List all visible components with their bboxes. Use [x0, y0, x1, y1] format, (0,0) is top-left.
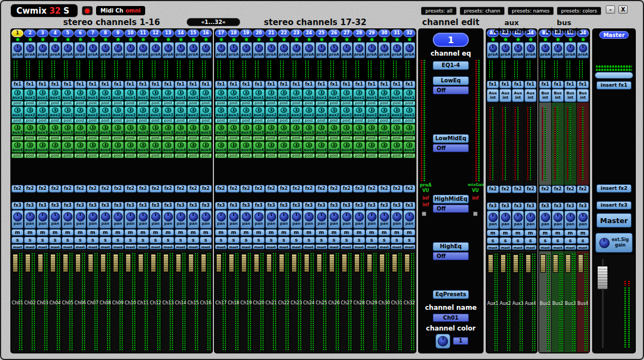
channel-fader[interactable]: Ch06 — [74, 250, 86, 352]
internal-routing-button[interactable]: Busint — [577, 89, 589, 102]
aux2-send-knob[interactable]: aux2 — [37, 106, 49, 118]
aux4-post-button[interactable]: post — [175, 153, 187, 158]
aux4-send-knob[interactable]: aux4 — [228, 141, 240, 153]
aux2-send-knob[interactable]: aux2 — [328, 106, 340, 118]
fader-handle[interactable] — [553, 254, 558, 273]
aux3-send-knob[interactable]: aux3 — [391, 124, 403, 135]
fx3-button[interactable]: fx3 — [74, 202, 86, 209]
channel-fader[interactable]: Ch24 — [303, 250, 315, 352]
mute-button[interactable]: m — [137, 229, 149, 236]
aux1-post-button[interactable]: post — [62, 101, 74, 106]
fx1-button[interactable]: fx1 — [315, 81, 327, 88]
fx3-button[interactable]: fx3 — [37, 202, 49, 209]
aux1-send-knob[interactable]: aux1 — [315, 89, 327, 100]
bank-range-button[interactable]: «1...32« — [187, 18, 240, 26]
aux1-send-knob[interactable]: aux1 — [303, 89, 315, 100]
aux1-send-knob[interactable]: aux1 — [228, 89, 240, 100]
aux2-send-knob[interactable]: aux2 — [290, 106, 302, 118]
aux2-post-button[interactable]: post — [228, 118, 240, 123]
solo-button[interactable]: s — [403, 237, 415, 243]
fx3-button[interactable]: fx3 — [378, 202, 390, 209]
aux3-send-knob[interactable]: aux3 — [228, 124, 240, 135]
aux4-post-button[interactable]: post — [378, 153, 390, 158]
fx2-button[interactable]: fx2 — [228, 185, 240, 193]
aux4-send-knob[interactable]: aux4 — [162, 141, 174, 153]
pre-gain-knob[interactable]: preA — [175, 42, 187, 58]
mast-assign-button[interactable]: mast — [499, 245, 511, 250]
fx1-button[interactable]: fx1 — [215, 81, 227, 88]
aux1-send-knob[interactable]: aux1 — [99, 89, 111, 100]
solo-button[interactable]: s — [552, 237, 564, 244]
aux1-send-knob[interactable]: aux1 — [328, 89, 340, 100]
edit-channel-number-button[interactable]: 1 — [433, 33, 469, 47]
mast-assign-button[interactable]: mast — [328, 244, 340, 249]
pan-knob[interactable]: pan — [74, 210, 86, 229]
channel-fader[interactable]: Bus1 — [539, 251, 551, 352]
fx1-button[interactable]: fx1 — [366, 81, 378, 88]
aux4-send-knob[interactable]: aux4 — [150, 141, 162, 153]
aux1-send-knob[interactable]: aux1 — [162, 89, 174, 100]
fx3-button[interactable]: fx3 — [99, 202, 111, 209]
channel-name-input[interactable]: Ch01 — [433, 314, 469, 322]
fx1-button[interactable]: fx1 — [564, 81, 576, 88]
aux2-post-button[interactable]: post — [403, 118, 415, 123]
aux3-send-knob[interactable]: aux3 — [175, 124, 187, 135]
fader-handle[interactable] — [113, 254, 118, 272]
pre-gain-knob[interactable]: preA — [315, 42, 327, 58]
fader-handle[interactable] — [216, 254, 222, 272]
fx3-button[interactable]: fx3 — [162, 202, 174, 209]
mast-assign-button[interactable]: mast — [391, 244, 403, 249]
fx2-button[interactable]: fx2 — [391, 185, 403, 193]
aux2-send-knob[interactable]: aux2 — [265, 106, 277, 118]
solo-button[interactable]: s — [187, 237, 199, 243]
pre-gain-knob[interactable]: preA — [290, 42, 302, 58]
aux3-send-knob[interactable]: aux3 — [353, 124, 365, 135]
aux3-post-button[interactable]: post — [353, 136, 365, 141]
aux3-post-button[interactable]: post — [265, 136, 277, 141]
aux2-post-button[interactable]: post — [162, 118, 174, 123]
mute-button[interactable]: m — [524, 230, 536, 236]
aux1-post-button[interactable]: post — [112, 101, 124, 106]
fx1-button[interactable]: fx1 — [328, 81, 340, 88]
fader-handle[interactable] — [25, 254, 31, 272]
aux3-post-button[interactable]: post — [24, 136, 36, 141]
pre-gain-knob[interactable]: preA — [137, 42, 149, 58]
fx2-button[interactable]: fx2 — [539, 185, 551, 193]
fader-handle[interactable] — [329, 254, 335, 272]
mute-button[interactable]: m — [278, 229, 290, 236]
channel-fader[interactable]: Ch08 — [99, 250, 111, 352]
ext-sig-gain-knob[interactable] — [599, 238, 610, 248]
fx3-button[interactable]: fx3 — [499, 202, 511, 210]
aux2-send-knob[interactable]: aux2 — [99, 106, 111, 118]
solo-button[interactable]: s — [524, 237, 536, 244]
aux4-send-knob[interactable]: aux4 — [11, 141, 23, 153]
aux3-send-knob[interactable]: aux3 — [341, 124, 353, 135]
channel-select-button[interactable]: 7 — [87, 29, 99, 37]
fx3-button[interactable]: fx3 — [175, 202, 187, 209]
fx3-button[interactable]: fx3 — [215, 202, 227, 209]
pan-knob[interactable]: pan — [265, 210, 277, 229]
aux2-post-button[interactable]: post — [200, 118, 212, 123]
fx2-button[interactable]: fx2 — [187, 185, 199, 193]
solo-button[interactable]: s — [24, 237, 36, 243]
aux1-post-button[interactable]: post — [278, 101, 290, 106]
aux1-post-button[interactable]: post — [341, 101, 353, 106]
mute-button[interactable]: m — [99, 229, 111, 236]
aux3-send-knob[interactable]: aux3 — [11, 124, 23, 135]
mast-assign-button[interactable]: mast — [487, 245, 499, 250]
aux2-post-button[interactable]: post — [99, 118, 111, 123]
pan-knob[interactable]: pan — [49, 210, 61, 229]
fx1-button[interactable]: fx1 — [378, 81, 390, 88]
channel-fader[interactable]: Aux4 — [524, 251, 536, 352]
mute-button[interactable]: m — [11, 229, 23, 236]
aux3-send-knob[interactable]: aux3 — [62, 124, 74, 135]
aux3-post-button[interactable]: post — [175, 136, 187, 141]
pre-gain-knob[interactable]: preA — [215, 42, 227, 58]
aux1-post-button[interactable]: post — [99, 101, 111, 106]
aux3-send-knob[interactable]: aux3 — [99, 124, 111, 135]
solo-button[interactable]: s — [564, 237, 576, 244]
aux3-post-button[interactable]: post — [62, 136, 74, 141]
channel-select-button[interactable]: 6 — [74, 29, 86, 37]
aux1-post-button[interactable]: post — [265, 101, 277, 106]
aux1-send-knob[interactable]: aux1 — [87, 89, 99, 100]
